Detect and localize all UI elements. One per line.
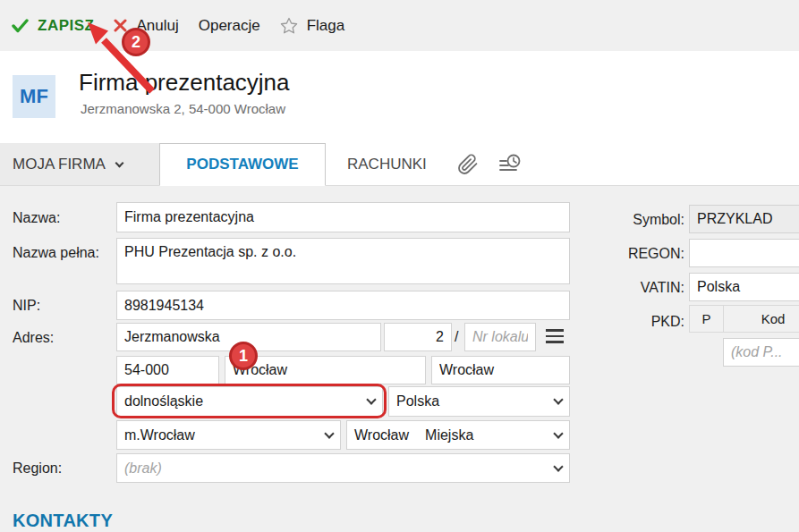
province-value: dolnośląskie: [124, 393, 203, 410]
pkd-column-header-p[interactable]: P: [689, 305, 724, 333]
commune-type-value: Miejska: [425, 427, 473, 443]
operations-label: Operacje: [199, 17, 260, 35]
regon-input[interactable]: [689, 239, 799, 267]
app-window: ZAPISZ Anuluj Operacje Flaga MF Firma pr…: [0, 0, 799, 532]
chevron-down-icon: [115, 158, 123, 167]
label-region: Region:: [13, 460, 62, 477]
tab-label: RACHUNKI: [347, 156, 427, 173]
form-content: Nazwa: Nazwa pełna: NIP: Adres: Region: …: [0, 186, 799, 532]
pkd-filter-input[interactable]: [723, 338, 799, 367]
post-office-input[interactable]: [431, 356, 570, 384]
page-title: Firma prezentacyjna: [79, 69, 290, 97]
step-badge-1: 1: [229, 342, 258, 370]
house-number-input[interactable]: [384, 323, 452, 351]
region-select[interactable]: (brak): [116, 453, 570, 483]
save-button[interactable]: ZAPISZ: [12, 17, 94, 35]
nip-input[interactable]: [116, 291, 570, 320]
vatin-input[interactable]: [689, 273, 799, 301]
paperclip-icon: [457, 153, 479, 176]
label-pkd: PKD:: [616, 314, 684, 330]
symbol-input[interactable]: [689, 205, 799, 233]
record-header: MF Firma prezentacyjna Jerzmanowska 2, 5…: [0, 51, 799, 143]
commune-value: Wrocław: [354, 427, 409, 443]
label-regon: REGON:: [616, 246, 684, 262]
pkd-column-header-kod[interactable]: Kod: [723, 305, 799, 333]
company-selector-dropdown[interactable]: MOJA FIRMA: [0, 143, 159, 185]
attachments-button[interactable]: [448, 143, 488, 185]
address-menu-button[interactable]: [546, 329, 564, 343]
chevron-down-icon: [366, 394, 376, 404]
kontakty-section-heading: KONTAKTY: [13, 511, 113, 531]
check-icon: [12, 19, 29, 33]
postal-code-input[interactable]: [116, 356, 219, 384]
step-badge-2: 2: [122, 28, 150, 56]
flag-label: Flaga: [307, 17, 345, 35]
history-button[interactable]: [488, 143, 532, 185]
chevron-down-icon: [553, 394, 563, 404]
label-vatin: VATIN:: [616, 280, 684, 296]
chevron-down-icon: [553, 461, 563, 471]
avatar: MF: [13, 75, 55, 118]
tab-rachunki[interactable]: RACHUNKI: [326, 143, 448, 185]
toolbar: ZAPISZ Anuluj Operacje Flaga: [0, 0, 799, 51]
company-selector-label: MOJA FIRMA: [13, 156, 106, 173]
commune-select[interactable]: Wrocław Miejska: [346, 420, 570, 450]
tab-podstawowe[interactable]: PODSTAWOWE: [159, 143, 326, 186]
label-nazwa: Nazwa:: [13, 210, 60, 226]
hamburger-icon: [546, 329, 564, 332]
x-icon: [114, 19, 127, 32]
operations-button[interactable]: Operacje: [199, 17, 260, 35]
tab-bar: MOJA FIRMA PODSTAWOWE RACHUNKI: [0, 143, 799, 186]
number-separator: /: [455, 329, 458, 345]
nazwa-pelna-input[interactable]: PHU Prezentacja sp. z o.o.: [116, 238, 570, 284]
label-nazwa-pelna: Nazwa pełna:: [13, 245, 99, 261]
label-nip: NIP:: [13, 298, 40, 314]
flag-button[interactable]: Flaga: [280, 17, 345, 35]
country-value: Polska: [396, 393, 439, 410]
save-label: ZAPISZ: [38, 17, 94, 35]
label-symbol: Symbol:: [616, 212, 684, 228]
nazwa-input[interactable]: [116, 202, 570, 232]
label-adres: Adres:: [13, 330, 54, 346]
country-select[interactable]: Polska: [388, 386, 570, 417]
district-value: m.Wrocław: [124, 427, 195, 443]
tab-label: PODSTAWOWE: [186, 156, 298, 173]
region-placeholder: (brak): [124, 460, 162, 477]
lokal-input[interactable]: [464, 323, 536, 351]
province-select[interactable]: dolnośląskie: [116, 386, 383, 417]
chevron-down-icon: [553, 428, 563, 438]
history-icon: [497, 153, 523, 176]
chevron-down-icon: [324, 428, 334, 438]
star-icon: [280, 17, 298, 34]
page-subtitle: Jerzmanowska 2, 54-000 Wrocław: [81, 101, 285, 116]
district-select[interactable]: m.Wrocław: [116, 420, 341, 450]
